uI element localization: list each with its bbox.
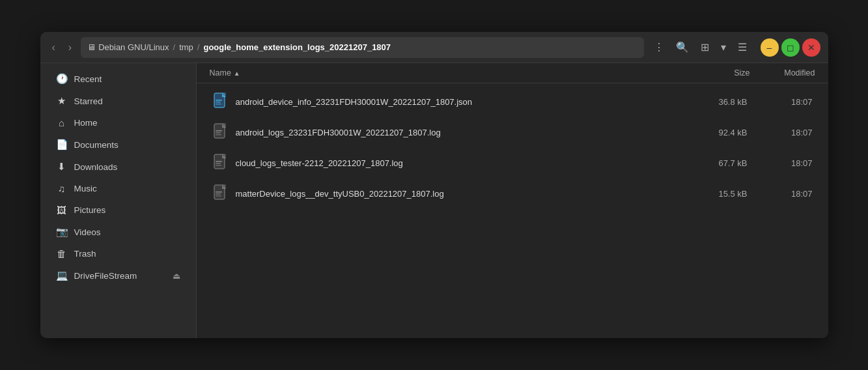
sidebar-item-starred[interactable]: ★ Starred <box>44 91 192 111</box>
music-icon: ♫ <box>56 183 68 194</box>
recent-icon: 🕐 <box>56 73 68 85</box>
list-view-button[interactable]: ☰ <box>733 38 751 56</box>
file-size: 15.5 kB <box>682 189 748 199</box>
pictures-icon: 🖼 <box>56 205 68 216</box>
file-modified: 18:07 <box>748 97 813 107</box>
search-button[interactable]: 🔍 <box>671 38 693 56</box>
svg-rect-21 <box>216 193 221 195</box>
svg-rect-14 <box>216 161 222 162</box>
drive-icon: 💻 <box>56 270 68 281</box>
svg-rect-9 <box>216 132 221 134</box>
view-toggle-button[interactable]: ▾ <box>716 38 731 56</box>
file-name-cell: android_logs_23231FDH30001W_20221207_180… <box>212 122 682 142</box>
breadcrumb-sep-1: / <box>173 42 176 52</box>
maximize-button[interactable]: ◻ <box>781 38 800 57</box>
sidebar-item-videos[interactable]: 📷 Videos <box>44 221 192 242</box>
file-name: android_device_info_23231FDH30001W_20221… <box>236 97 473 107</box>
svg-rect-3 <box>216 102 221 103</box>
file-manager-window: ‹ › 🖥 Debian GNU/Linux / tmp / google_ho… <box>40 32 828 338</box>
sidebar-label-drive: DriveFileStream <box>74 271 137 281</box>
videos-icon: 📷 <box>56 226 68 238</box>
trash-icon: 🗑 <box>56 248 68 259</box>
starred-icon: ★ <box>56 95 68 107</box>
table-row[interactable]: cloud_logs_tester-2212_20221207_1807.log… <box>199 148 826 178</box>
header-modified: Modified <box>750 68 815 78</box>
svg-rect-2 <box>216 100 222 101</box>
header-name[interactable]: Name ▲ <box>210 68 685 78</box>
svg-rect-10 <box>216 134 221 135</box>
svg-rect-16 <box>216 165 221 166</box>
sidebar-label-starred: Starred <box>74 96 103 106</box>
breadcrumb-sep-2: / <box>197 42 200 52</box>
sidebar-item-drive[interactable]: 💻 DriveFileStream ⏏ <box>44 265 192 286</box>
header-size: Size <box>685 68 750 78</box>
titlebar: ‹ › 🖥 Debian GNU/Linux / tmp / google_ho… <box>40 32 828 63</box>
minimize-button[interactable]: – <box>761 38 779 57</box>
documents-icon: 📄 <box>56 139 68 150</box>
main-panel: Name ▲ Size Modified android_device_i <box>197 63 828 338</box>
sidebar-label-pictures: Pictures <box>74 205 106 215</box>
file-name: matterDevice_logs__dev_ttyUSB0_20221207_… <box>236 189 444 199</box>
window-controls: – ◻ ✕ <box>761 38 820 57</box>
file-list: android_device_info_23231FDH30001W_20221… <box>197 83 828 338</box>
sidebar-item-music[interactable]: ♫ Music <box>44 178 192 199</box>
sidebar-item-trash[interactable]: 🗑 Trash <box>44 244 192 264</box>
svg-rect-4 <box>216 104 221 105</box>
sidebar: 🕐 Recent ★ Starred ⌂ Home 📄 Documents ⬇ … <box>40 63 197 338</box>
file-size: 92.4 kB <box>682 128 748 137</box>
back-button[interactable]: ‹ <box>48 39 59 56</box>
svg-rect-15 <box>216 163 221 164</box>
sidebar-item-documents[interactable]: 📄 Documents <box>44 134 192 155</box>
file-icon <box>212 92 229 111</box>
sidebar-label-trash: Trash <box>74 249 96 259</box>
breadcrumb-root: 🖥 Debian GNU/Linux <box>87 42 169 52</box>
breadcrumb-tmp: tmp <box>179 42 193 52</box>
svg-rect-8 <box>216 130 222 132</box>
grid-view-button[interactable]: ⊞ <box>696 38 714 56</box>
sidebar-label-recent: Recent <box>74 74 102 84</box>
home-icon: ⌂ <box>56 117 68 128</box>
file-icon <box>212 122 229 142</box>
close-button[interactable]: ✕ <box>802 38 820 57</box>
downloads-icon: ⬇ <box>56 161 68 173</box>
file-name-cell: matterDevice_logs__dev_ttyUSB0_20221207_… <box>212 184 682 203</box>
content-area: 🕐 Recent ★ Starred ⌂ Home 📄 Documents ⬇ … <box>40 63 828 338</box>
forward-button[interactable]: › <box>64 39 76 56</box>
sidebar-label-videos: Videos <box>74 227 101 237</box>
file-icon <box>212 153 229 173</box>
file-name: android_logs_23231FDH30001W_20221207_180… <box>236 128 441 137</box>
breadcrumb[interactable]: 🖥 Debian GNU/Linux / tmp / google_home_e… <box>81 37 643 58</box>
table-row[interactable]: android_device_info_23231FDH30001W_20221… <box>199 87 826 117</box>
svg-rect-22 <box>216 195 221 197</box>
svg-rect-20 <box>216 192 222 193</box>
file-modified: 18:07 <box>748 189 813 199</box>
eject-icon[interactable]: ⏏ <box>173 271 180 281</box>
sidebar-label-documents: Documents <box>74 140 119 150</box>
file-size: 67.7 kB <box>682 158 748 168</box>
table-row[interactable]: android_logs_23231FDH30001W_20221207_180… <box>199 117 826 147</box>
sidebar-item-recent[interactable]: 🕐 Recent <box>44 68 192 89</box>
sidebar-item-downloads[interactable]: ⬇ Downloads <box>44 156 192 177</box>
file-modified: 18:07 <box>748 158 813 168</box>
more-options-button[interactable]: ⋮ <box>649 38 669 56</box>
file-modified: 18:07 <box>748 128 813 137</box>
file-list-header: Name ▲ Size Modified <box>197 63 828 83</box>
sidebar-item-pictures[interactable]: 🖼 Pictures <box>44 200 192 220</box>
computer-icon: 🖥 <box>87 42 96 52</box>
file-name: cloud_logs_tester-2212_20221207_1807.log <box>236 158 403 168</box>
file-size: 36.8 kB <box>682 97 748 107</box>
sidebar-label-music: Music <box>74 184 97 193</box>
breadcrumb-current: google_home_extension_logs_20221207_1807 <box>203 42 391 52</box>
sidebar-label-home: Home <box>74 118 98 128</box>
file-icon <box>212 184 229 203</box>
file-name-cell: cloud_logs_tester-2212_20221207_1807.log <box>212 153 682 173</box>
titlebar-actions: ⋮ 🔍 ⊞ ▾ ☰ <box>649 38 751 56</box>
sort-arrow: ▲ <box>234 70 240 77</box>
file-name-cell: android_device_info_23231FDH30001W_20221… <box>212 92 682 111</box>
sidebar-label-downloads: Downloads <box>74 162 118 172</box>
table-row[interactable]: matterDevice_logs__dev_ttyUSB0_20221207_… <box>199 178 826 208</box>
sidebar-item-home[interactable]: ⌂ Home <box>44 113 192 133</box>
